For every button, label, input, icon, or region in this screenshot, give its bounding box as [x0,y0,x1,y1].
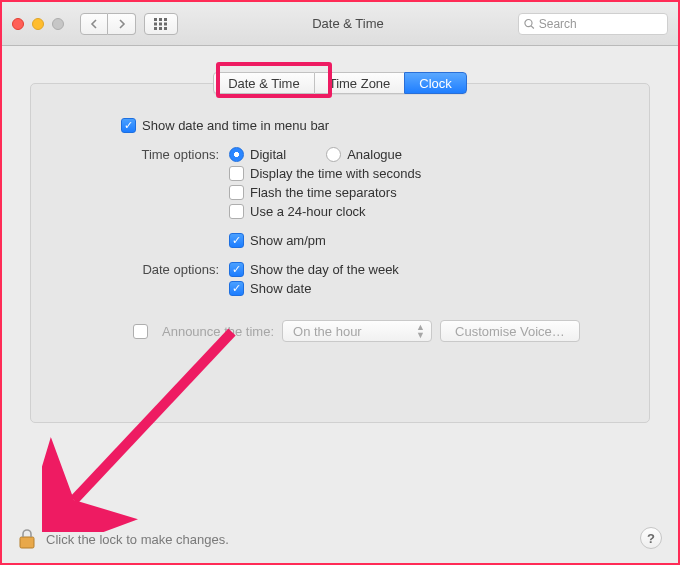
panel-area: Date & Time Time Zone Clock Show date an… [2,46,678,423]
window-controls [12,18,64,30]
svg-rect-7 [159,27,162,30]
tab-date-time[interactable]: Date & Time [213,72,315,94]
grid-icon [154,18,168,30]
help-button[interactable]: ? [640,527,662,549]
svg-rect-12 [20,537,34,548]
search-icon [524,18,535,30]
svg-point-9 [525,19,532,26]
radio-analogue[interactable] [326,147,341,162]
date-options-row: Date options: Show the day of the week S… [121,262,619,296]
radio-digital[interactable] [229,147,244,162]
svg-rect-4 [159,22,162,25]
announce-time-row: Announce the time: On the hour ▲▼ Custom… [133,320,619,342]
toolbar: Date & Time [2,2,678,46]
show-in-menubar-label: Show date and time in menu bar [142,118,329,133]
show-day-label: Show the day of the week [250,262,399,277]
chevron-left-icon [90,19,99,29]
lock-button[interactable] [18,529,36,549]
announce-interval-value: On the hour [293,324,362,339]
announce-interval-popup[interactable]: On the hour ▲▼ [282,320,432,342]
window-title: Date & Time [186,16,510,31]
back-button[interactable] [80,13,108,35]
show-in-menubar-row: Show date and time in menu bar [121,118,619,133]
svg-rect-0 [154,18,157,21]
search-input[interactable] [539,17,662,31]
radio-digital-label: Digital [250,147,286,162]
svg-line-10 [531,25,534,28]
close-window-button[interactable] [12,18,24,30]
radio-analogue-label: Analogue [347,147,402,162]
svg-rect-8 [164,27,167,30]
svg-rect-5 [164,22,167,25]
display-seconds-checkbox[interactable] [229,166,244,181]
tab-time-zone[interactable]: Time Zone [315,72,405,94]
show-all-button[interactable] [144,13,178,35]
forward-button[interactable] [108,13,136,35]
updown-icon: ▲▼ [416,323,425,339]
announce-label: Announce the time: [162,324,274,339]
search-field[interactable] [518,13,668,35]
use-24h-checkbox[interactable] [229,204,244,219]
time-options-row: Time options: Digital Analogue Display t… [121,147,619,248]
minimize-window-button[interactable] [32,18,44,30]
display-seconds-label: Display the time with seconds [250,166,421,181]
footer: Click the lock to make changes. [18,529,662,549]
nav-buttons [80,13,136,35]
content-panel: Show date and time in menu bar Time opti… [30,83,650,423]
flash-separators-label: Flash the time separators [250,185,397,200]
chevron-right-icon [117,19,126,29]
time-options-label: Time options: [121,147,229,162]
zoom-window-button [52,18,64,30]
tab-clock[interactable]: Clock [404,72,467,94]
svg-rect-1 [159,18,162,21]
date-options-label: Date options: [121,262,229,277]
svg-rect-3 [154,22,157,25]
show-day-checkbox[interactable] [229,262,244,277]
lock-icon [18,529,36,549]
use-24h-label: Use a 24-hour clock [250,204,366,219]
time-format-radio-group: Digital Analogue [229,147,421,162]
show-ampm-checkbox[interactable] [229,233,244,248]
flash-separators-checkbox[interactable] [229,185,244,200]
show-in-menubar-checkbox[interactable] [121,118,136,133]
show-date-checkbox[interactable] [229,281,244,296]
customise-voice-button[interactable]: Customise Voice… [440,320,580,342]
show-ampm-label: Show am/pm [250,233,326,248]
lock-text: Click the lock to make changes. [46,532,229,547]
svg-rect-2 [164,18,167,21]
show-date-label: Show date [250,281,311,296]
svg-rect-6 [154,27,157,30]
announce-checkbox[interactable] [133,324,148,339]
